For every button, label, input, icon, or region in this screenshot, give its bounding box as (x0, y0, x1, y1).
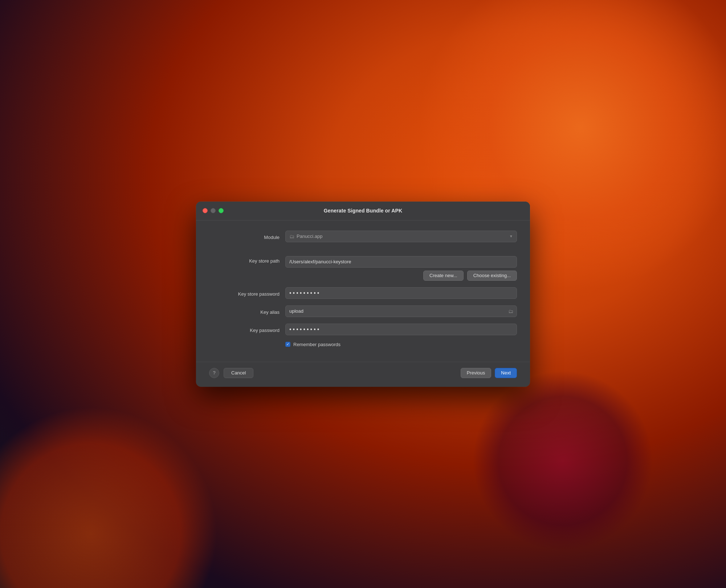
traffic-lights (203, 208, 224, 213)
key-store-password-row: Key store password (209, 287, 517, 299)
key-store-path-label: Key store path (209, 256, 285, 264)
key-alias-control: 🗂 (285, 305, 517, 317)
remember-passwords-label: Remember passwords (293, 342, 340, 347)
key-store-password-label: Key store password (209, 289, 285, 297)
key-alias-row: Key alias 🗂 (209, 305, 517, 317)
previous-button[interactable]: Previous (461, 368, 492, 378)
checkmark-icon: ✓ (286, 342, 289, 346)
chevron-down-icon: ▼ (509, 234, 513, 238)
module-label: Module (209, 232, 285, 240)
generate-signed-bundle-dialog: Generate Signed Bundle or APK Module 🗂 P… (196, 202, 530, 387)
maximize-button[interactable] (219, 208, 224, 213)
key-store-path-row: Key store path Create new... Choose exis… (209, 256, 517, 281)
key-alias-input[interactable] (285, 305, 517, 317)
next-button[interactable]: Next (495, 368, 517, 378)
title-bar: Generate Signed Bundle or APK (196, 202, 530, 220)
dialog-content: Module 🗂 Panucci.app ▼ Key store path (196, 220, 530, 359)
key-password-label: Key password (209, 325, 285, 333)
close-button[interactable] (203, 208, 208, 213)
select-left: 🗂 Panucci.app (289, 234, 323, 239)
key-store-path-control: Create new... Choose existing... (285, 256, 517, 281)
alias-wrapper: 🗂 (285, 305, 517, 317)
remember-passwords-checkbox[interactable]: ✓ (285, 342, 290, 347)
footer-right: Previous Next (461, 368, 517, 378)
key-password-input[interactable] (285, 324, 517, 335)
key-store-password-input[interactable] (285, 287, 517, 299)
choose-existing-button[interactable]: Choose existing... (467, 271, 517, 281)
module-select[interactable]: 🗂 Panucci.app ▼ (285, 231, 517, 242)
key-password-row: Key password (209, 324, 517, 335)
key-alias-label: Key alias (209, 307, 285, 315)
key-store-path-input[interactable] (285, 256, 517, 268)
remember-passwords-checkbox-wrapper[interactable]: ✓ Remember passwords (285, 342, 340, 347)
remember-passwords-row: ✓ Remember passwords (285, 342, 517, 347)
module-icon: 🗂 (289, 234, 294, 239)
cancel-button[interactable]: Cancel (224, 368, 253, 378)
module-value: Panucci.app (297, 234, 323, 239)
key-password-control (285, 324, 517, 335)
help-button[interactable]: ? (209, 368, 219, 378)
dialog-title: Generate Signed Bundle or APK (324, 208, 402, 214)
module-control: 🗂 Panucci.app ▼ (285, 231, 517, 242)
minimize-button[interactable] (211, 208, 216, 213)
dialog-footer: ? Cancel Previous Next (196, 362, 530, 387)
create-new-button[interactable]: Create new... (423, 271, 464, 281)
key-store-password-control (285, 287, 517, 299)
footer-left: ? Cancel (209, 368, 253, 378)
folder-icon[interactable]: 🗂 (508, 308, 513, 314)
module-row: Module 🗂 Panucci.app ▼ (209, 231, 517, 242)
